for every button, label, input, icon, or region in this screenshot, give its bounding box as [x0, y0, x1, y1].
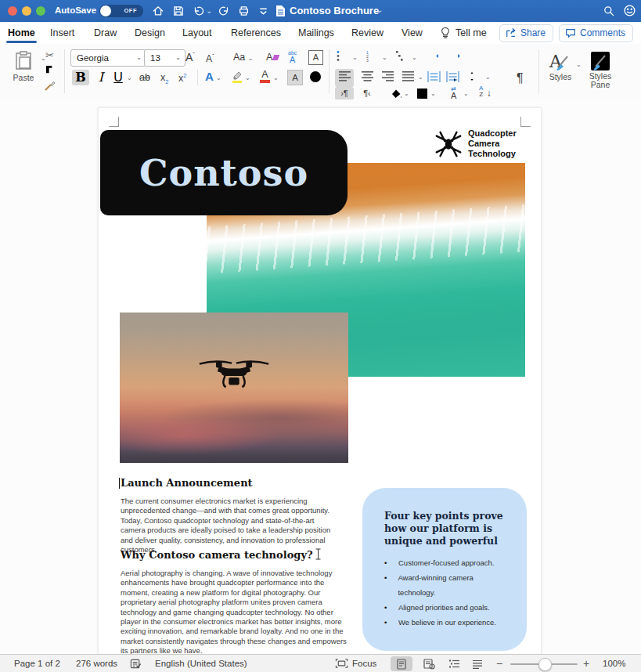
- italic-button[interactable]: I: [94, 70, 108, 85]
- font-name-combobox[interactable]: Georgia ⌄: [70, 49, 146, 67]
- bold-button[interactable]: B: [72, 70, 89, 85]
- minimize-window-button[interactable]: [22, 6, 31, 16]
- rtl-paragraph-button[interactable]: ¶‹: [358, 87, 376, 100]
- asian-layout-chevron-down-icon[interactable]: ⌄: [463, 90, 469, 97]
- line-spacing-chevron-down-icon[interactable]: ⌄: [485, 74, 491, 81]
- drone-sunset-image[interactable]: [120, 313, 348, 463]
- undo-chevron-down-icon[interactable]: ⌄: [206, 6, 212, 15]
- tab-draw[interactable]: Draw: [94, 22, 117, 44]
- decrease-indent-button[interactable]: [435, 50, 448, 62]
- document-heading-1[interactable]: Launch Announcement: [121, 477, 253, 489]
- zoom-out-button[interactable]: −: [496, 655, 502, 672]
- numbering-chevron-down-icon[interactable]: ⌄: [382, 54, 387, 61]
- account-smiley-icon[interactable]: [623, 4, 636, 17]
- bullets-chevron-down-icon[interactable]: ⌄: [352, 54, 358, 61]
- ltr-paragraph-button[interactable]: ›¶: [335, 87, 354, 100]
- bullets-button[interactable]: [337, 50, 350, 62]
- close-window-button[interactable]: [8, 6, 17, 16]
- align-right-button[interactable]: [378, 69, 397, 87]
- undo-icon[interactable]: [192, 5, 205, 17]
- toolbar-overflow-chevron-icon[interactable]: [258, 5, 268, 16]
- share-button[interactable]: Share: [499, 24, 553, 42]
- document-paragraph-1[interactable]: The current consumer electronics market …: [121, 497, 340, 555]
- zoom-slider-knob[interactable]: [538, 658, 552, 671]
- save-icon[interactable]: [172, 5, 185, 17]
- word-count[interactable]: 276 words: [76, 655, 117, 672]
- justify-button[interactable]: [398, 69, 417, 87]
- multilevel-list-button[interactable]: [396, 50, 409, 62]
- format-painter-icon[interactable]: [44, 80, 56, 92]
- character-border-button[interactable]: A: [308, 50, 323, 65]
- justify-chevron-down-icon[interactable]: ⌄: [418, 74, 423, 81]
- subscript-button[interactable]: x2: [160, 72, 168, 85]
- tab-mailings[interactable]: Mailings: [298, 22, 334, 44]
- highlight-color-button[interactable]: [231, 70, 243, 83]
- show-formatting-marks-button[interactable]: ¶: [517, 71, 524, 85]
- font-color-chevron-down-icon[interactable]: ⌄: [273, 74, 279, 81]
- text-effects-button[interactable]: A: [205, 70, 214, 83]
- brand-banner[interactable]: Contoso: [100, 130, 348, 215]
- font-color-button[interactable]: A: [260, 70, 270, 83]
- align-left-button[interactable]: [335, 69, 354, 87]
- numbering-button[interactable]: 123: [366, 50, 380, 62]
- company-logo[interactable]: Quadcopter Camera Technology: [434, 128, 517, 159]
- borders-button[interactable]: [416, 88, 428, 99]
- font-size-combobox[interactable]: 13 ⌄: [144, 49, 185, 67]
- styles-button[interactable]: A Styles: [546, 50, 574, 81]
- multilevel-chevron-down-icon[interactable]: ⌄: [412, 54, 417, 61]
- redo-icon[interactable]: [218, 5, 231, 17]
- character-shading-button[interactable]: A: [287, 70, 303, 85]
- zoom-in-button[interactable]: +: [583, 655, 589, 672]
- copy-icon[interactable]: [45, 65, 56, 76]
- document-paragraph-2[interactable]: Aerial photography is changing. A wave o…: [121, 569, 349, 656]
- shading-bucket-icon[interactable]: [390, 88, 402, 99]
- underline-chevron-down-icon[interactable]: ⌄: [127, 74, 132, 81]
- tab-layout[interactable]: Layout: [182, 22, 212, 44]
- increase-indent-button[interactable]: [457, 50, 470, 62]
- paste-button[interactable]: Paste: [8, 50, 39, 82]
- search-icon[interactable]: [603, 5, 615, 17]
- tab-references[interactable]: References: [231, 22, 281, 44]
- zoom-level[interactable]: 100%: [603, 655, 625, 672]
- document-title[interactable]: Contoso Brochure: [290, 5, 379, 16]
- text-effects-chevron-down-icon[interactable]: ⌄: [216, 74, 221, 81]
- web-layout-view-button[interactable]: [418, 656, 440, 671]
- cut-scissors-icon[interactable]: ✂: [45, 49, 54, 61]
- comments-button[interactable]: Comments: [559, 24, 633, 42]
- tab-home[interactable]: Home: [8, 22, 35, 44]
- styles-chevron-down-icon[interactable]: ⌄: [576, 61, 582, 68]
- change-case-button[interactable]: Aa ⌄: [233, 52, 253, 63]
- tab-review[interactable]: Review: [351, 22, 384, 44]
- document-canvas[interactable]: Contoso Quadcopter Camera Technology: [0, 99, 641, 654]
- print-layout-view-button[interactable]: [391, 656, 412, 671]
- focus-label[interactable]: Focus: [352, 655, 376, 672]
- clear-formatting-button[interactable]: A: [266, 52, 279, 63]
- key-points-callout[interactable]: Four key points prove how our platform i…: [362, 488, 527, 651]
- language-indicator[interactable]: English (United States): [155, 655, 247, 672]
- shading-chevron-down-icon[interactable]: ⌄: [404, 90, 409, 97]
- tab-design[interactable]: Design: [135, 22, 165, 44]
- zoom-window-button[interactable]: [36, 6, 45, 16]
- shrink-font-button[interactable]: Aˇ: [206, 52, 214, 64]
- spellcheck-icon[interactable]: [130, 658, 142, 672]
- tab-tell-me[interactable]: Tell me: [456, 22, 487, 44]
- autosave-toggle[interactable]: OFF: [99, 5, 143, 17]
- distribute-columns-button[interactable]: [446, 70, 459, 83]
- title-chevron-down-icon[interactable]: ⌄: [376, 5, 383, 14]
- highlight-chevron-down-icon[interactable]: ⌄: [245, 74, 250, 81]
- align-center-button[interactable]: [358, 69, 376, 87]
- borders-chevron-down-icon[interactable]: ⌄: [430, 90, 436, 97]
- document-page[interactable]: Contoso Quadcopter Camera Technology: [98, 107, 542, 656]
- outline-view-button[interactable]: [443, 656, 465, 671]
- focus-icon[interactable]: [335, 658, 348, 672]
- strikethrough-button[interactable]: ab: [139, 72, 150, 83]
- sort-button[interactable]: A Z ↓: [479, 85, 492, 99]
- home-icon[interactable]: [152, 5, 164, 17]
- superscript-button[interactable]: x2: [178, 72, 186, 84]
- enclose-characters-button[interactable]: [308, 70, 322, 84]
- styles-pane-button[interactable]: Styles Pane: [584, 50, 617, 89]
- tab-insert[interactable]: Insert: [50, 22, 74, 44]
- distribute-text-button[interactable]: [427, 70, 441, 83]
- phonetic-guide-button[interactable]: abc A: [288, 50, 297, 63]
- print-icon[interactable]: [237, 5, 250, 17]
